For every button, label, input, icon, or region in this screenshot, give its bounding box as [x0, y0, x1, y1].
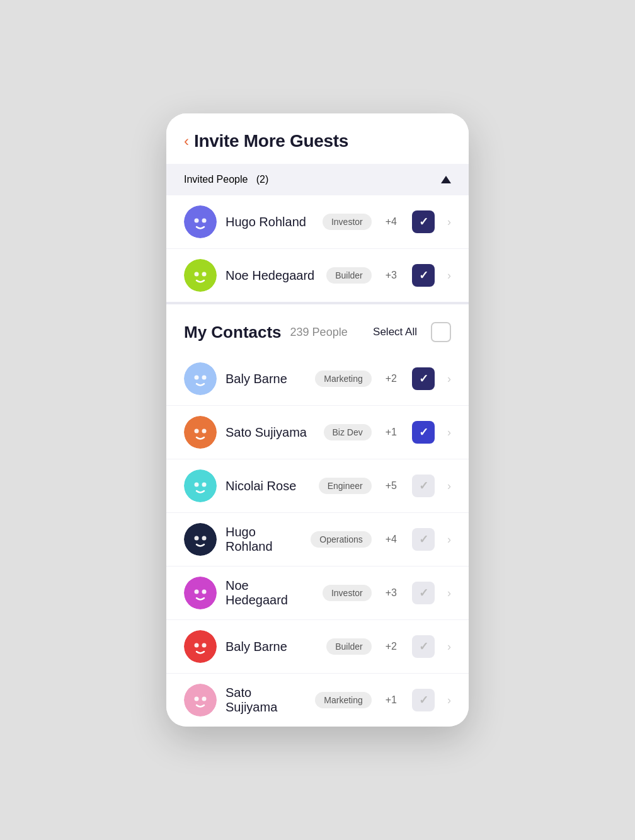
header: ‹ Invite More Guests — [166, 113, 469, 164]
chevron-right-icon[interactable]: › — [447, 269, 451, 282]
avatar — [184, 205, 217, 238]
contact-name: Nicolai Rose — [226, 479, 310, 493]
svg-point-19 — [195, 590, 199, 594]
chevron-right-icon[interactable]: › — [447, 216, 451, 229]
svg-point-9 — [184, 416, 217, 449]
svg-point-13 — [195, 483, 199, 487]
people-count: 239 People — [290, 326, 364, 339]
plus-count: +2 — [386, 373, 397, 384]
svg-point-12 — [184, 469, 217, 502]
plus-count: +4 — [386, 216, 397, 227]
contact-row: Baly Barne Builder +2 ✓ › — [166, 620, 469, 674]
svg-point-18 — [184, 577, 217, 609]
tag-badge: Investor — [323, 214, 372, 230]
svg-point-7 — [195, 376, 199, 380]
checkbox-unchecked[interactable]: ✓ — [412, 528, 435, 551]
svg-point-1 — [195, 219, 199, 223]
collapse-icon[interactable] — [441, 176, 451, 183]
phone-frame: ‹ Invite More Guests Invited People (2) … — [166, 113, 469, 727]
svg-point-11 — [202, 429, 207, 434]
plus-count: +5 — [386, 480, 397, 492]
tag-badge: Biz Dev — [324, 424, 372, 440]
checkmark-icon: ✓ — [419, 640, 428, 653]
contact-name: Baly Barne — [226, 640, 318, 654]
contact-row: Noe Hedegaard Investor +3 ✓ › — [166, 567, 469, 620]
contact-row: Sato Sujiyama Marketing +1 ✓ › — [166, 674, 469, 727]
contact-row: Sato Sujiyama Biz Dev +1 ✓ › — [166, 406, 469, 459]
checkmark-icon: ✓ — [419, 425, 428, 439]
tag-badge: Operations — [311, 531, 371, 548]
svg-point-0 — [184, 205, 217, 238]
select-all-checkbox[interactable] — [431, 322, 451, 342]
contact-name: Hugo Rohland — [226, 525, 302, 554]
checkmark-icon: ✓ — [419, 268, 428, 282]
svg-point-14 — [202, 483, 207, 487]
plus-count: +2 — [386, 641, 397, 652]
svg-point-10 — [195, 429, 199, 434]
chevron-right-icon[interactable]: › — [447, 372, 451, 386]
contact-row: Baly Barne Marketing +2 ✓ › — [166, 352, 469, 406]
svg-point-22 — [195, 643, 199, 648]
select-all-label: Select All — [373, 326, 417, 338]
checkbox-unchecked[interactable]: ✓ — [412, 635, 435, 658]
avatar — [184, 523, 217, 556]
avatar — [184, 259, 217, 292]
chevron-right-icon[interactable]: › — [447, 640, 451, 653]
plus-count: +3 — [386, 587, 397, 599]
invited-section-header[interactable]: Invited People (2) — [166, 164, 469, 195]
my-contacts-header: My Contacts 239 People Select All — [166, 303, 469, 352]
avatar — [184, 630, 217, 663]
svg-point-17 — [202, 536, 207, 541]
contact-name: Sato Sujiyama — [226, 686, 306, 715]
contact-name: Noe Hedegaard — [226, 578, 314, 607]
avatar — [184, 684, 217, 716]
tag-badge: Investor — [323, 585, 372, 601]
checkbox-unchecked[interactable]: ✓ — [412, 582, 435, 604]
svg-point-2 — [202, 219, 207, 223]
tag-badge: Marketing — [315, 692, 371, 708]
checkbox-checked[interactable]: ✓ — [412, 210, 435, 233]
avatar — [184, 362, 217, 395]
invited-label: Invited People (2) — [184, 174, 268, 185]
avatar — [184, 469, 217, 502]
plus-count: +1 — [386, 694, 397, 706]
svg-point-21 — [184, 630, 217, 663]
chevron-right-icon[interactable]: › — [447, 426, 451, 439]
plus-count: +1 — [386, 427, 397, 438]
chevron-right-icon[interactable]: › — [447, 587, 451, 600]
back-arrow-icon: ‹ — [184, 134, 189, 149]
svg-point-5 — [202, 272, 207, 277]
svg-point-15 — [184, 523, 217, 556]
invited-people-list: Hugo Rohland Investor +4 ✓ › Noe Hedegaa… — [166, 195, 469, 302]
checkbox-unchecked[interactable]: ✓ — [412, 475, 435, 497]
contact-name: Sato Sujiyama — [226, 425, 315, 440]
my-contacts-title: My Contacts — [184, 323, 282, 342]
checkmark-icon: ✓ — [419, 215, 428, 229]
back-navigation[interactable]: ‹ Invite More Guests — [184, 131, 451, 151]
avatar — [184, 416, 217, 449]
svg-point-26 — [202, 697, 207, 701]
plus-count: +3 — [386, 270, 397, 281]
tag-badge: Engineer — [319, 478, 372, 494]
checkmark-icon: ✓ — [419, 532, 428, 546]
contact-name: Noe Hedegaard — [226, 268, 318, 283]
svg-point-8 — [202, 376, 207, 380]
invited-row: Hugo Rohland Investor +4 ✓ › — [166, 195, 469, 249]
contact-name: Baly Barne — [226, 372, 306, 386]
svg-point-20 — [202, 590, 207, 594]
checkbox-checked[interactable]: ✓ — [412, 264, 435, 287]
chevron-right-icon[interactable]: › — [447, 533, 451, 546]
chevron-right-icon[interactable]: › — [447, 694, 451, 707]
svg-point-23 — [202, 643, 207, 648]
checkbox-unchecked[interactable]: ✓ — [412, 689, 435, 711]
plus-count: +4 — [386, 534, 397, 545]
checkbox-checked[interactable]: ✓ — [412, 367, 435, 390]
checkmark-icon: ✓ — [419, 586, 428, 600]
svg-point-4 — [195, 272, 199, 277]
checkbox-checked[interactable]: ✓ — [412, 421, 435, 444]
tag-badge: Marketing — [315, 371, 371, 387]
contact-row: Nicolai Rose Engineer +5 ✓ › — [166, 459, 469, 513]
chevron-right-icon[interactable]: › — [447, 480, 451, 493]
avatar — [184, 577, 217, 609]
tag-badge: Builder — [326, 638, 372, 655]
